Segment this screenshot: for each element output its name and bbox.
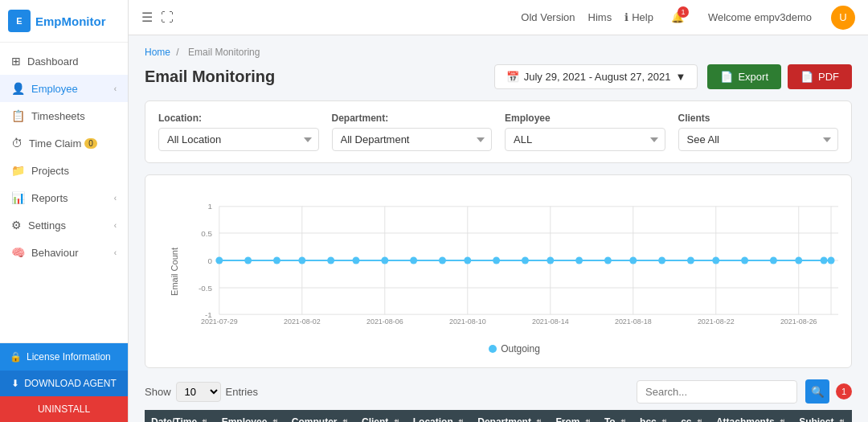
col-cc: cc ⇅ (674, 410, 710, 422)
download-agent-button[interactable]: ⬇ DOWNLOAD AGENT (0, 371, 128, 396)
content-area: Home / Email Monitoring Email Monitoring… (129, 35, 868, 422)
svg-point-35 (439, 257, 446, 264)
svg-point-29 (273, 257, 280, 264)
topbar-links: Old Version Hims ℹ Help 🔔 1 Welcome empv… (521, 6, 855, 30)
user-avatar[interactable]: U (831, 6, 855, 30)
export-icon: 📄 (720, 71, 733, 83)
old-version-link[interactable]: Old Version (521, 11, 575, 23)
timeclaim-icon: ⏱ (11, 137, 23, 150)
sidebar-bottom: 🔒 License Information ⬇ DOWNLOAD AGENT U… (0, 342, 128, 422)
export-label: Export (738, 71, 768, 83)
timeclaim-badge: 0 (84, 138, 97, 149)
col-datetime: Date/Time ⇅ (145, 410, 215, 422)
entries-select[interactable]: 10 25 50 100 (176, 382, 221, 402)
department-select[interactable]: All Department (332, 128, 493, 151)
svg-point-44 (687, 257, 694, 264)
help-link[interactable]: ℹ Help (624, 11, 653, 23)
page-title: Email Monitoring (145, 68, 494, 86)
sidebar-item-behaviour-label: Behaviour (31, 247, 79, 259)
license-label: License Information (27, 351, 111, 363)
sidebar-item-employee[interactable]: 👤 Employee ‹ (0, 75, 128, 102)
notification-badge: 1 (678, 6, 689, 18)
expand-icon[interactable]: ⛶ (161, 10, 174, 25)
logo-text: EmpMonitor (35, 14, 106, 28)
svg-point-42 (629, 257, 637, 264)
breadcrumb: Home / Email Monitoring (145, 47, 852, 58)
svg-text:2021-08-10: 2021-08-10 (449, 318, 486, 326)
chart-y-label: Email Count (170, 248, 179, 296)
svg-point-37 (493, 257, 500, 264)
sidebar-item-projects-label: Projects (31, 165, 69, 177)
breadcrumb-current: Email Monitoring (188, 47, 260, 58)
svg-text:0.5: 0.5 (201, 229, 212, 238)
col-client: Client ⇅ (355, 410, 407, 422)
col-to: To ⇅ (598, 410, 633, 422)
sidebar-item-reports-label: Reports (31, 192, 68, 204)
employee-select[interactable]: ALL (505, 128, 665, 151)
svg-point-36 (464, 257, 471, 264)
license-info-button[interactable]: 🔒 License Information (0, 343, 128, 371)
svg-point-45 (712, 257, 719, 264)
topbar-icons: ☰ ⛶ (141, 10, 174, 25)
employee-arrow: ‹ (114, 84, 117, 93)
export-button[interactable]: 📄 Export (707, 64, 781, 89)
svg-text:2021-08-26: 2021-08-26 (780, 318, 817, 326)
sidebar: E EmpMonitor ⊞ Dashboard 👤 Employee ‹ 📋 … (0, 0, 129, 422)
sidebar-item-timesheets-label: Timesheets (31, 110, 85, 122)
employee-label: Employee (505, 113, 665, 124)
col-from: From ⇅ (549, 410, 597, 422)
chart-svg: 1 0.5 0 -0.5 -1 2021-07-29 (190, 188, 838, 333)
entries-label: Entries (226, 386, 258, 398)
svg-point-48 (795, 257, 802, 264)
sidebar-item-dashboard-label: Dashboard (27, 55, 79, 68)
breadcrumb-home[interactable]: Home (145, 47, 170, 58)
download-label: DOWNLOAD AGENT (24, 378, 117, 389)
help-icon: ℹ (624, 11, 628, 23)
svg-text:1: 1 (207, 202, 211, 211)
location-select[interactable]: All Location (158, 128, 319, 151)
sidebar-item-dashboard[interactable]: ⊞ Dashboard (0, 47, 128, 75)
filter-location: Location: All Location (158, 113, 319, 151)
hims-link[interactable]: Hims (588, 11, 612, 23)
notification-bell[interactable]: 🔔 1 (666, 6, 689, 29)
table-controls: Show 10 25 50 100 Entries 🔍 1 (145, 379, 852, 404)
filter-employee: Employee ALL (505, 113, 665, 151)
clients-select[interactable]: See All (678, 128, 839, 151)
settings-arrow: ‹ (114, 221, 117, 230)
svg-text:2021-07-29: 2021-07-29 (201, 318, 238, 326)
svg-point-34 (410, 257, 417, 264)
table-wrapper: Date/Time ⇅ Employee ⇅ Computer ⇅ Client… (145, 410, 852, 422)
table-controls-right: 🔍 1 (637, 379, 852, 404)
alert-badge: 1 (836, 383, 852, 399)
search-button[interactable]: 🔍 (805, 379, 829, 404)
timesheets-icon: 📋 (11, 109, 25, 122)
location-label: Location: (158, 113, 319, 124)
sidebar-item-behaviour[interactable]: 🧠 Behaviour ‹ (0, 239, 128, 266)
sidebar-item-settings[interactable]: ⚙ Settings ‹ (0, 211, 128, 239)
svg-text:2021-08-22: 2021-08-22 (698, 318, 735, 326)
date-range-button[interactable]: 📅 July 29, 2021 - August 27, 2021 ▼ (494, 64, 698, 89)
employee-icon: 👤 (11, 82, 25, 95)
sidebar-item-timesheets[interactable]: 📋 Timesheets (0, 102, 128, 129)
sidebar-item-reports[interactable]: 📊 Reports ‹ (0, 184, 128, 211)
uninstall-button[interactable]: UNINSTALL (0, 396, 128, 422)
svg-point-27 (215, 257, 223, 264)
sidebar-item-timeclaim[interactable]: ⏱ Time Claim 0 (0, 129, 128, 157)
search-box (637, 380, 797, 404)
page-header: Email Monitoring 📅 July 29, 2021 - Augus… (145, 64, 852, 89)
breadcrumb-separator: / (176, 47, 178, 58)
reports-icon: 📊 (11, 191, 25, 204)
pdf-button[interactable]: 📄 PDF (788, 64, 852, 89)
sidebar-item-timeclaim-label: Time Claim (29, 137, 81, 150)
menu-icon[interactable]: ☰ (141, 10, 153, 25)
sidebar-item-projects[interactable]: 📁 Projects (0, 157, 128, 184)
filter-department: Department: All Department (332, 113, 493, 151)
help-label: Help (632, 11, 653, 23)
show-entries: Show 10 25 50 100 Entries (145, 382, 258, 402)
sidebar-nav: ⊞ Dashboard 👤 Employee ‹ 📋 Timesheets ⏱ … (0, 43, 128, 342)
search-input[interactable] (637, 380, 797, 404)
legend-dot-outgoing (489, 345, 497, 353)
svg-point-31 (327, 257, 334, 264)
col-location: Location ⇅ (407, 410, 471, 422)
department-label: Department: (332, 113, 493, 124)
